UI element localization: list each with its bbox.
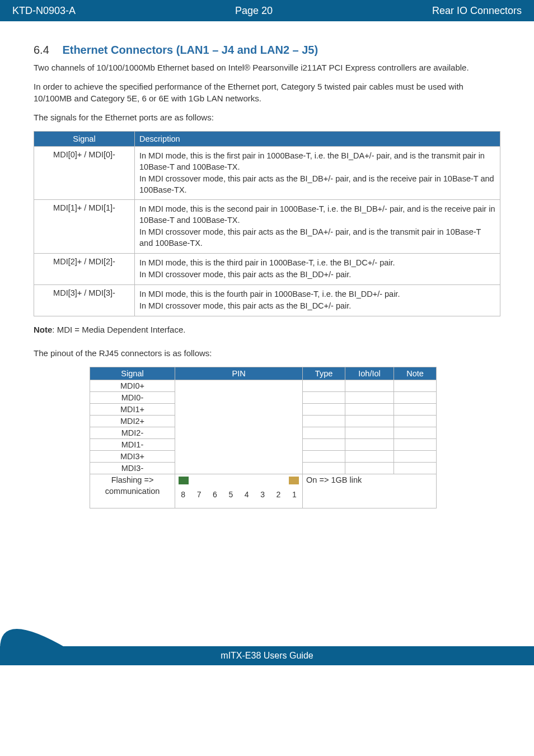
page-number: Page 20 — [235, 5, 273, 17]
section-heading: 6.4 Ethernet Connectors (LAN1 – J4 and L… — [34, 44, 500, 57]
section-name: Rear IO Connectors — [432, 5, 522, 17]
description-cell: In MDI mode, this is the fourth pair in … — [135, 284, 500, 316]
orange-led-icon — [289, 477, 299, 484]
note-label: Note — [34, 325, 52, 334]
signal-cell: MDI2- — [90, 427, 175, 439]
paragraph: In order to achieve the specified perfor… — [34, 81, 500, 104]
description-cell: In MDI mode, this is the third pair in 1… — [135, 253, 500, 284]
description-cell: In MDI mode, this is the first pair in 1… — [135, 147, 500, 200]
note-line: Note: MDI = Media Dependent Interface. — [34, 324, 500, 335]
signal-cell: MDI[0]+ / MDI[0]- — [34, 147, 135, 200]
col-header-note: Note — [394, 367, 436, 380]
signal-description-table: Signal Description MDI[0]+ / MDI[0]- In … — [34, 131, 500, 316]
signal-cell: MDI1- — [90, 439, 175, 451]
description-cell: In MDI mode, this is the second pair in … — [135, 200, 500, 253]
main-content: 6.4 Ethernet Connectors (LAN1 – J4 and L… — [0, 21, 534, 620]
signal-cell: communication — [90, 486, 175, 508]
table-row: MDI[2]+ / MDI[2]- In MDI mode, this is t… — [34, 253, 500, 284]
note-text: : MDI = Media Dependent Interface. — [52, 325, 185, 334]
paragraph: The pinout of the RJ45 connectors is as … — [34, 348, 500, 359]
led-pin-cell: 8 7 6 5 4 3 2 1 — [175, 474, 303, 508]
col-header-pin: PIN — [175, 367, 303, 380]
col-header-signal: Signal — [90, 367, 175, 380]
table-row: MDI[0]+ / MDI[0]- In MDI mode, this is t… — [34, 147, 500, 200]
signal-cell: MDI0+ — [90, 380, 175, 392]
section-number: 6.4 — [34, 44, 49, 56]
footer: mITX-E38 Users Guide — [0, 620, 534, 665]
col-header-ioh: Ioh/Iol — [345, 367, 394, 380]
table-row: Flashing => 8 7 6 5 4 3 2 1 — [90, 474, 437, 486]
section-title: Ethernet Connectors (LAN1 – J4 and LAN2 … — [62, 44, 318, 56]
signal-cell: MDI3+ — [90, 451, 175, 463]
signal-cell: MDI0- — [90, 392, 175, 404]
pin-numbers: 8 7 6 5 4 3 2 1 — [175, 474, 302, 499]
signal-cell: MDI3- — [90, 463, 175, 474]
footer-title: mITX-E38 Users Guide — [0, 646, 534, 665]
table-row: MDI[1]+ / MDI[1]- In MDI mode, this is t… — [34, 200, 500, 253]
green-led-icon — [179, 477, 189, 484]
header-bar: KTD-N0903-A Page 20 Rear IO Connectors — [0, 0, 534, 21]
doc-number: KTD-N0903-A — [12, 5, 76, 17]
signal-cell: MDI[3]+ / MDI[3]- — [34, 284, 135, 316]
signal-cell: MDI1+ — [90, 404, 175, 416]
pin-diagram-cell — [175, 380, 303, 474]
table-row: MDI[3]+ / MDI[3]- In MDI mode, this is t… — [34, 284, 500, 316]
col-header-signal: Signal — [34, 132, 135, 147]
signal-cell: MDI[1]+ / MDI[1]- — [34, 200, 135, 253]
footer-curve-decoration — [0, 609, 67, 648]
col-header-type: Type — [303, 367, 345, 380]
paragraph: The signals for the Ethernet ports are a… — [34, 112, 500, 123]
type-cell: On => 1GB link — [303, 474, 437, 508]
signal-cell: MDI[2]+ / MDI[2]- — [34, 253, 135, 284]
col-header-description: Description — [135, 132, 500, 147]
signal-cell: MDI2+ — [90, 416, 175, 427]
pinout-table: Signal PIN Type Ioh/Iol Note MDI0+ MDI0-… — [90, 367, 437, 508]
signal-cell: Flashing => — [90, 474, 175, 486]
table-row: MDI0+ — [90, 380, 437, 392]
paragraph: Two channels of 10/100/1000Mb Ethernet b… — [34, 62, 500, 73]
